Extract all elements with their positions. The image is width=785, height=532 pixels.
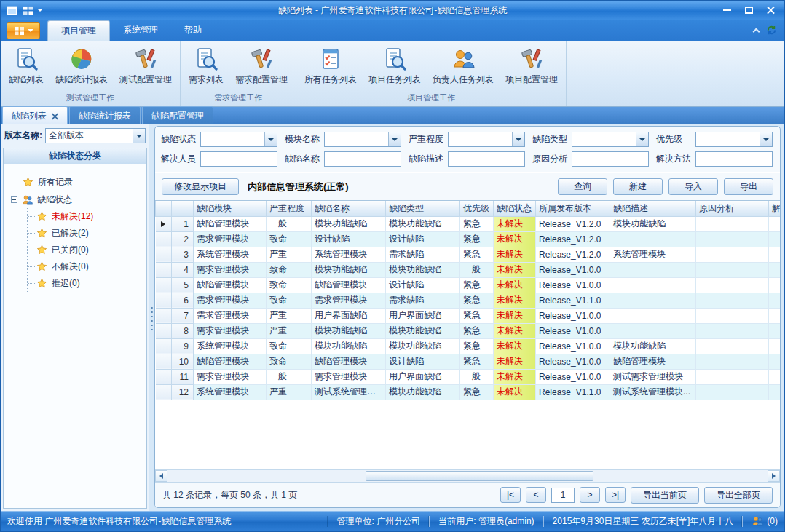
cell-defect-module[interactable]: 缺陷管理模块 [194, 277, 267, 293]
ribbon-tab-help[interactable]: 帮助 [171, 20, 215, 41]
cell-release-version[interactable]: Release_V1.0.0 [536, 262, 610, 277]
cell-defect-name[interactable]: 需求管理模块 [312, 369, 386, 384]
cell-defect-name[interactable]: 用户界面缺陷 [312, 308, 386, 323]
tree-item-all-records[interactable]: 所有记录 [8, 173, 142, 191]
cell-defect-name[interactable]: 缺陷管理模块 [312, 354, 386, 369]
cell-defect-desc[interactable]: 模块功能缺陷 [610, 338, 696, 354]
cell-defect-type[interactable]: 设计缺陷 [386, 231, 460, 247]
cell-defect-module[interactable]: 需求管理模块 [194, 231, 267, 247]
cell-defect-desc[interactable] [610, 231, 696, 247]
scroll-left-icon[interactable] [155, 470, 167, 482]
cell-defect-status[interactable]: 未解决 [494, 323, 536, 338]
cell-defect-module[interactable]: 系统管理模块 [194, 384, 267, 400]
column-header-type[interactable]: 缺陷类型 [386, 201, 460, 216]
resolver-filter-input[interactable] [200, 151, 277, 167]
export-button[interactable]: 导出 [724, 178, 773, 195]
minimize-button[interactable] [716, 3, 738, 17]
cell-cause-analysis[interactable] [696, 231, 769, 247]
cell-defect-name[interactable]: 模块功能缺陷 [312, 323, 386, 338]
cell-cause-analysis[interactable] [696, 308, 769, 323]
version-select[interactable]: 全部版本 [45, 128, 146, 143]
cell-priority[interactable]: 一般 [460, 369, 494, 384]
cell-severity[interactable]: 一般 [267, 216, 312, 231]
ribbon-button-project-tasks[interactable]: 项目任务列表 [363, 44, 427, 87]
cell-priority[interactable]: 一般 [460, 262, 494, 277]
cell-solution[interactable] [769, 369, 781, 384]
tree-item-unresolved[interactable]: 未解决(12) [28, 208, 142, 225]
modify-display-columns-button[interactable]: 修改显示项目 [162, 178, 239, 195]
cell-priority[interactable]: 紧急 [460, 308, 494, 323]
cell-defect-module[interactable]: 需求管理模块 [194, 262, 267, 277]
cell-release-version[interactable]: Release_V1.0.0 [536, 354, 610, 369]
scrollbar-track[interactable] [167, 470, 768, 482]
combo-dropdown-icon[interactable] [264, 132, 277, 146]
cell-defect-status[interactable]: 未解决 [494, 308, 536, 323]
cell-priority[interactable]: 紧急 [460, 384, 494, 400]
cell-priority[interactable]: 紧急 [460, 293, 494, 308]
cell-defect-module[interactable]: 缺陷管理模块 [194, 216, 267, 231]
cell-cause-analysis[interactable] [696, 216, 769, 231]
cell-defect-name[interactable]: 设计缺陷 [312, 231, 386, 247]
table-row[interactable]: 4 需求管理模块 致命 模块功能缺陷 模块功能缺陷 一般 未解决 Release… [156, 262, 781, 277]
cell-priority[interactable]: 紧急 [460, 354, 494, 369]
cell-defect-type[interactable]: 模块功能缺陷 [386, 323, 460, 338]
cell-defect-type[interactable]: 需求缺陷 [386, 293, 460, 308]
cell-release-version[interactable]: Release_V1.1.0 [536, 293, 610, 308]
ribbon-button-owner-tasks[interactable]: 负责人任务列表 [427, 44, 500, 87]
cell-defect-type[interactable]: 设计缺陷 [386, 277, 460, 293]
cell-priority[interactable]: 紧急 [460, 323, 494, 338]
table-row[interactable]: 8 需求管理模块 严重 模块功能缺陷 模块功能缺陷 紧急 未解决 Release… [156, 323, 781, 338]
table-row[interactable]: 5 缺陷管理模块 致命 缺陷管理模块 设计缺陷 紧急 未解决 Release_V… [156, 277, 781, 293]
cell-defect-name[interactable]: 系统管理模块 [312, 247, 386, 262]
defect-type-filter-select[interactable] [572, 132, 649, 147]
doc-tab-defect-list[interactable]: 缺陷列表 [2, 106, 68, 124]
cell-solution[interactable] [769, 262, 781, 277]
cell-defect-status[interactable]: 未解决 [494, 338, 536, 354]
defect-desc-filter-input[interactable] [448, 151, 525, 167]
cell-defect-name[interactable]: 模块功能缺陷 [312, 216, 386, 231]
cell-defect-name[interactable]: 缺陷管理模块 [312, 277, 386, 293]
cell-severity[interactable]: 一般 [267, 369, 312, 384]
tree-item-wont-fix[interactable]: 不解决(0) [28, 258, 142, 275]
cell-defect-name[interactable]: 模块功能缺陷 [312, 338, 386, 354]
cell-cause-analysis[interactable] [696, 262, 769, 277]
table-row[interactable]: 7 需求管理模块 严重 用户界面缺陷 用户界面缺陷 紧急 未解决 Release… [156, 308, 781, 323]
maximize-button[interactable] [738, 3, 760, 17]
app-window-icon[interactable] [5, 4, 18, 17]
cell-severity[interactable]: 严重 [267, 308, 312, 323]
table-row[interactable]: 10 缺陷管理模块 致命 缺陷管理模块 设计缺陷 紧急 未解决 Release_… [156, 354, 781, 369]
cell-defect-name[interactable]: 测试系统管理模... [312, 384, 386, 400]
cell-defect-module[interactable]: 需求管理模块 [194, 293, 267, 308]
defect-name-filter-input[interactable] [324, 151, 401, 167]
app-menu-button[interactable] [7, 22, 40, 39]
cell-defect-desc[interactable]: 测试系统管理模块... [610, 384, 696, 400]
tree-collapse-icon[interactable] [11, 196, 17, 203]
next-page-button[interactable]: > [580, 487, 600, 503]
cell-severity[interactable]: 严重 [267, 384, 312, 400]
cell-severity[interactable]: 致命 [267, 277, 312, 293]
tree-item-closed[interactable]: 已关闭(0) [28, 242, 142, 258]
cell-solution[interactable] [769, 354, 781, 369]
tree-item-postponed[interactable]: 推迟(0) [28, 275, 142, 292]
column-header-desc[interactable]: 缺陷描述 [610, 201, 696, 216]
ribbon-collapse-icon[interactable] [753, 28, 760, 35]
cell-priority[interactable]: 紧急 [460, 338, 494, 354]
cell-defect-type[interactable]: 模块功能缺陷 [386, 262, 460, 277]
close-button[interactable] [760, 3, 781, 17]
cell-defect-status[interactable]: 未解决 [494, 277, 536, 293]
combo-dropdown-icon[interactable] [636, 132, 648, 146]
cell-cause-analysis[interactable] [696, 247, 769, 262]
sidebar-splitter[interactable] [149, 124, 154, 511]
online-users-icon[interactable] [752, 515, 763, 527]
column-header-solution[interactable]: 解决方法 [769, 201, 781, 216]
ribbon-button-requirement-config[interactable]: 需求配置管理 [229, 44, 293, 87]
cell-solution[interactable] [769, 231, 781, 247]
cell-release-version[interactable]: Release_V1.2.0 [536, 216, 610, 231]
cell-release-version[interactable]: Release_V1.2.0 [536, 247, 610, 262]
tree-item-resolved[interactable]: 已解决(2) [28, 225, 142, 242]
export-all-pages-button[interactable]: 导出全部页 [704, 487, 773, 504]
cell-defect-name[interactable]: 需求管理模块 [312, 293, 386, 308]
cell-defect-module[interactable]: 缺陷管理模块 [194, 354, 267, 369]
column-header-name[interactable]: 缺陷名称 [312, 201, 386, 216]
ribbon-button-defect-list[interactable]: 缺陷列表 [3, 44, 50, 87]
